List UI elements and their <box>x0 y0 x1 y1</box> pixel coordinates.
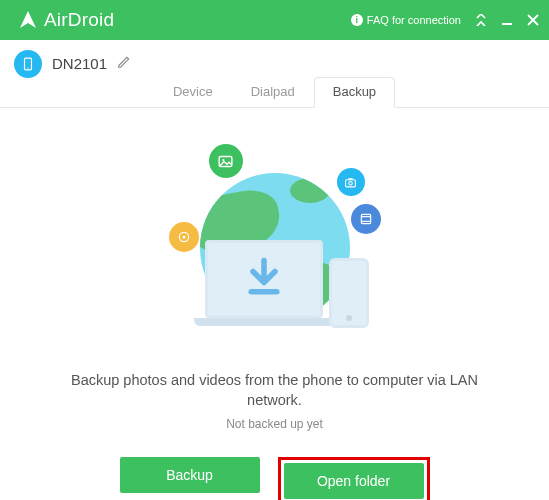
minimize-button[interactable] <box>501 14 513 26</box>
tab-label: Dialpad <box>251 84 295 99</box>
close-icon <box>527 14 539 26</box>
phone-graphic <box>329 258 369 328</box>
backup-description: Backup photos and videos from the phone … <box>0 370 549 411</box>
close-button[interactable] <box>527 14 539 26</box>
open-folder-button[interactable]: Open folder <box>284 463 424 499</box>
video-bubble-icon <box>351 204 381 234</box>
faq-link[interactable]: i FAQ for connection <box>351 14 461 26</box>
laptop-graphic <box>199 240 329 330</box>
phone-icon <box>21 57 35 71</box>
chevrons-icon <box>475 14 487 26</box>
info-icon: i <box>351 14 363 26</box>
faq-label: FAQ for connection <box>367 14 461 26</box>
backup-panel: Backup photos and videos from the phone … <box>0 108 549 500</box>
pencil-icon <box>117 55 131 69</box>
svg-point-6 <box>349 181 352 184</box>
minimize-icon <box>501 14 513 26</box>
tab-device[interactable]: Device <box>154 77 232 108</box>
backup-illustration <box>175 148 375 348</box>
device-name: DN2101 <box>52 55 107 72</box>
camera-bubble-icon <box>337 168 365 196</box>
svg-rect-7 <box>348 178 352 180</box>
svg-point-2 <box>27 67 28 68</box>
svg-rect-10 <box>361 214 370 223</box>
compact-button[interactable] <box>475 14 487 26</box>
audio-bubble-icon <box>169 222 199 252</box>
svg-rect-5 <box>346 179 356 186</box>
tab-label: Backup <box>333 84 376 99</box>
photo-bubble-icon <box>209 144 243 178</box>
app-logo: AirDroid <box>16 8 114 32</box>
highlight-open-folder: Open folder <box>278 457 430 500</box>
app-name: AirDroid <box>44 9 114 31</box>
device-icon <box>14 50 42 78</box>
tab-backup[interactable]: Backup <box>314 77 395 108</box>
titlebar: AirDroid i FAQ for connection <box>0 0 549 40</box>
svg-rect-0 <box>502 23 512 25</box>
download-arrow-icon <box>242 255 286 303</box>
tab-bar: Device Dialpad Backup <box>0 76 549 108</box>
button-row: Backup Open folder <box>0 457 549 500</box>
svg-point-9 <box>182 235 185 238</box>
backup-status: Not backed up yet <box>0 417 549 431</box>
rename-device-button[interactable] <box>117 55 131 73</box>
tab-label: Device <box>173 84 213 99</box>
backup-button[interactable]: Backup <box>120 457 260 493</box>
airdroid-logo-icon <box>16 8 40 32</box>
tab-dialpad[interactable]: Dialpad <box>232 77 314 108</box>
